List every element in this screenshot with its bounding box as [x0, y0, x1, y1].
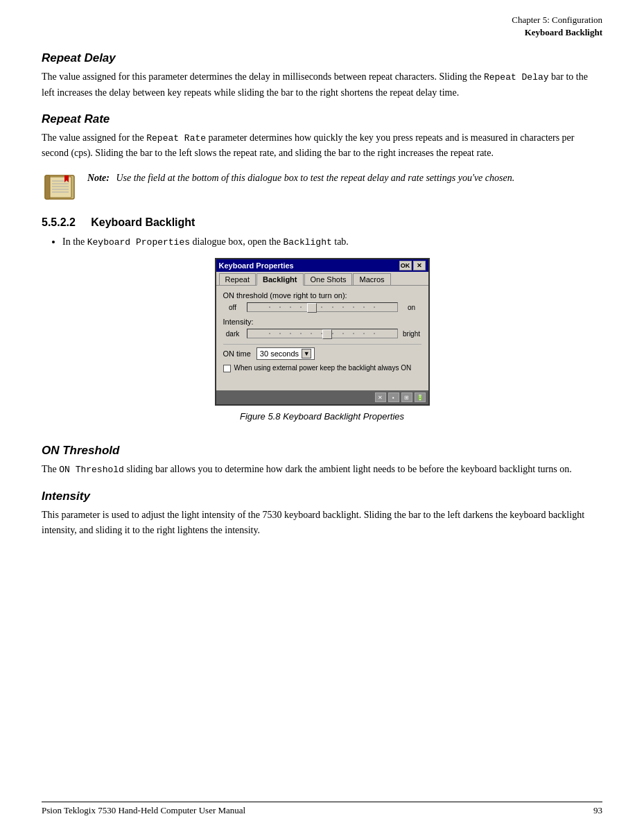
page-header: Chapter 5: Configuration Keyboard Backli… — [42, 14, 602, 39]
checkbox-label: When using external power keep the backl… — [234, 364, 412, 372]
intensity-label: Intensity: — [223, 318, 421, 326]
tab-macros[interactable]: Macros — [353, 273, 390, 285]
on-threshold-slider[interactable] — [247, 302, 398, 312]
slider2-left-label: dark — [223, 330, 243, 338]
dialog-wrapper: Keyboard Properties OK ✕ Repeat Backligh… — [42, 258, 602, 431]
footer-icon-2: ▪ — [388, 392, 399, 402]
page-footer: Psion Teklogix 7530 Hand-Held Computer U… — [42, 802, 602, 816]
tab-backlight[interactable]: Backlight — [256, 273, 304, 286]
slider1-thumb[interactable] — [307, 303, 317, 313]
dialog-box: Keyboard Properties OK ✕ Repeat Backligh… — [215, 258, 430, 406]
dialog-tabs: Repeat Backlight One Shots Macros — [216, 272, 428, 286]
on-threshold-slider-row: off on — [223, 302, 421, 312]
bullet-item-backlight: In the Keyboard Properties dialogue box,… — [62, 234, 602, 250]
repeat-delay-body: The value assigned for this parameter de… — [42, 69, 602, 100]
footer-icon-1: ✕ — [375, 392, 386, 402]
footer-icon-3: ⊞ — [401, 392, 412, 402]
on-threshold-body: The ON Threshold sliding bar allows you … — [42, 462, 602, 477]
header-title: Keyboard Backlight — [42, 26, 602, 39]
dialog-ok-button[interactable]: OK — [399, 261, 412, 270]
dialog-titlebar: Keyboard Properties OK ✕ — [216, 259, 428, 272]
on-time-row: ON time 30 seconds ▼ — [223, 344, 421, 360]
footer-left: Psion Teklogix 7530 Hand-Held Computer U… — [42, 805, 245, 816]
on-time-value: 30 seconds — [260, 349, 299, 358]
dialog-footer: ✕ ▪ ⊞ 🔋 — [216, 390, 428, 404]
repeat-rate-heading: Repeat Rate — [42, 112, 602, 126]
footer-icon-4: 🔋 — [415, 392, 426, 402]
dialog-close-button[interactable]: ✕ — [413, 261, 426, 270]
note-text: Use the field at the bottom of this dial… — [116, 173, 514, 183]
slider1-right-label: on — [402, 304, 421, 311]
intensity-section-heading: Intensity — [42, 490, 602, 503]
repeat-delay-heading: Repeat Delay — [42, 51, 602, 65]
tab-repeat[interactable]: Repeat — [219, 273, 256, 285]
external-power-checkbox[interactable] — [223, 365, 231, 372]
on-threshold-label: ON threshold (move right to turn on): — [223, 291, 421, 300]
note-label: Note: — [87, 173, 110, 183]
intensity-body: This parameter is used to adjust the lig… — [42, 508, 602, 537]
dialog-title: Keyboard Properties — [219, 261, 294, 270]
note-book-icon — [42, 171, 78, 204]
on-time-label: ON time — [223, 349, 251, 358]
svg-rect-2 — [45, 175, 50, 199]
note-content: Note: Use the field at the bottom of thi… — [87, 171, 514, 185]
dialog-body: ON threshold (move right to turn on): of… — [216, 286, 428, 390]
dialog-titlebar-buttons: OK ✕ — [399, 261, 426, 270]
slider2-right-label: bright — [402, 330, 421, 338]
checkbox-row: When using external power keep the backl… — [223, 364, 421, 372]
page-container: Chapter 5: Configuration Keyboard Backli… — [0, 0, 644, 830]
footer-right: 93 — [593, 805, 602, 816]
intensity-slider-row: dark bright — [223, 329, 421, 338]
figure-caption: Figure 5.8 Keyboard Backlight Properties — [240, 411, 404, 422]
dropdown-arrow-icon[interactable]: ▼ — [302, 349, 311, 358]
slider2-thumb[interactable] — [322, 329, 332, 339]
keyboard-backlight-heading: 5.5.2.2 Keyboard Backlight — [42, 216, 602, 229]
note-box: Note: Use the field at the bottom of thi… — [42, 171, 602, 204]
on-time-dropdown[interactable]: 30 seconds ▼ — [256, 347, 315, 360]
intensity-slider[interactable] — [247, 329, 398, 338]
tab-one-shots[interactable]: One Shots — [304, 273, 353, 285]
on-threshold-section-heading: ON Threshold — [42, 444, 602, 458]
repeat-rate-body: The value assigned for the Repeat Rate p… — [42, 130, 602, 161]
slider1-left-label: off — [223, 304, 243, 311]
header-chapter: Chapter 5: Configuration — [42, 14, 602, 26]
keyboard-backlight-bullets: In the Keyboard Properties dialogue box,… — [62, 234, 602, 250]
